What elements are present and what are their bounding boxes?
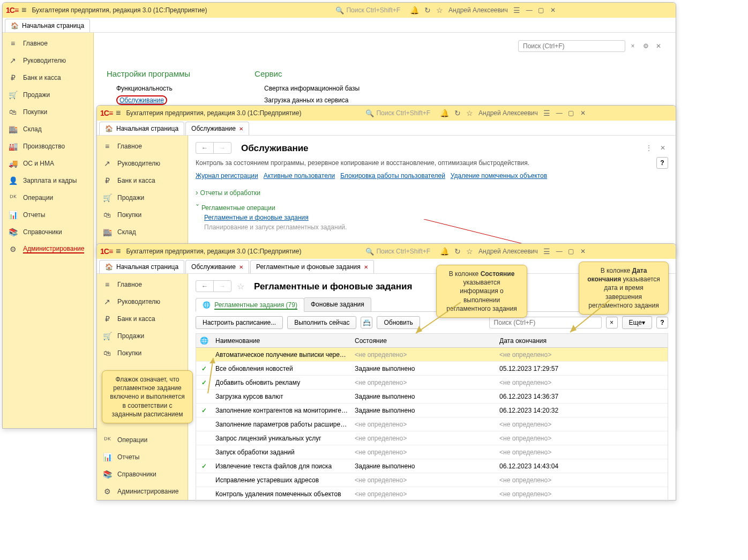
- maintenance-link[interactable]: Журнал регистрации: [196, 172, 258, 180]
- minimize-button[interactable]: —: [555, 247, 564, 256]
- tab-background[interactable]: Фоновые задания: [304, 297, 371, 311]
- sidebar-item-производство[interactable]: 🏭Производство: [3, 138, 93, 155]
- sidebar-item-банк и касса[interactable]: ₽Банк и касса: [97, 172, 188, 189]
- star-icon[interactable]: ☆: [466, 247, 473, 256]
- main-menu-icon[interactable]: ≡: [116, 247, 121, 256]
- help-button[interactable]: ?: [656, 157, 668, 169]
- close-panel-icon[interactable]: ✕: [653, 41, 664, 51]
- column-name[interactable]: Наименование: [212, 337, 351, 345]
- tab-maintenance[interactable]: Обслуживание ✕: [185, 260, 249, 273]
- username[interactable]: Андрей Алексеевич: [478, 109, 538, 117]
- sidebar-item-операции[interactable]: ᴰᴷОперации: [3, 189, 93, 206]
- clear-search-icon[interactable]: ×: [627, 41, 638, 51]
- sidebar-item-отчеты[interactable]: 📊Отчеты: [97, 449, 188, 466]
- star-icon[interactable]: ☆: [466, 109, 473, 117]
- table-row[interactable]: Исправление устаревших адресов<не опреде…: [196, 473, 668, 487]
- tab-home[interactable]: 🏠 Начальная страница: [5, 19, 90, 32]
- tab-home[interactable]: 🏠 Начальная страница: [99, 122, 184, 135]
- sidebar-item-банк и касса[interactable]: ₽Банк и касса: [97, 310, 188, 327]
- sidebar-item-покупки[interactable]: 🛍Покупки: [97, 345, 188, 362]
- close-button[interactable]: ✕: [578, 247, 588, 256]
- filter-icon[interactable]: ☰: [543, 247, 550, 256]
- maximize-button[interactable]: ▢: [566, 247, 576, 256]
- section-reports[interactable]: › Отчеты и обработки: [196, 188, 668, 197]
- sidebar-item-склад[interactable]: 🏬Склад: [97, 223, 188, 241]
- table-row[interactable]: Контроль удаления помеченных объектов<не…: [196, 487, 668, 501]
- global-search[interactable]: 🔍 Поиск Ctrl+Shift+F: [365, 109, 430, 117]
- sidebar-item-отчеты[interactable]: 📊Отчеты: [3, 206, 93, 223]
- table-row[interactable]: ✓Извлечение текста файлов для поискаЗада…: [196, 459, 668, 473]
- close-tab-icon[interactable]: ✕: [239, 126, 243, 132]
- sidebar-item-справочники[interactable]: 📚Справочники: [3, 223, 93, 241]
- gear-icon[interactable]: ⚙: [640, 41, 651, 51]
- maintenance-link[interactable]: Блокировка работы пользователей: [340, 172, 445, 180]
- tab-maintenance[interactable]: Обслуживание ✕: [185, 122, 249, 135]
- history-icon[interactable]: ↻: [424, 6, 431, 14]
- sidebar-item-зарплата и кадры[interactable]: 👤Зарплата и кадры: [3, 172, 93, 189]
- sidebar-item-справочники[interactable]: 📚Справочники: [97, 466, 188, 483]
- history-icon[interactable]: ↻: [454, 247, 461, 256]
- tasks-link[interactable]: Регламентные и фоновые задания: [204, 214, 668, 221]
- svc-load-link[interactable]: Загрузка данных из сервиса: [255, 94, 360, 106]
- more-icon[interactable]: ⋮: [644, 143, 654, 153]
- sidebar-item-продажи[interactable]: 🛒Продажи: [97, 189, 188, 206]
- back-button[interactable]: ←: [196, 281, 214, 292]
- sidebar-item-покупки[interactable]: 🛍Покупки: [3, 103, 93, 121]
- forward-button[interactable]: →: [214, 281, 231, 292]
- sidebar-item-операции[interactable]: ᴰᴷОперации: [97, 431, 188, 449]
- maximize-button[interactable]: ▢: [566, 108, 576, 118]
- maintenance-link[interactable]: Удаление помеченных объектов: [451, 172, 547, 180]
- bell-icon[interactable]: 🔔: [410, 6, 419, 14]
- sidebar-item-ос и нма[interactable]: 🚚ОС и НМА: [3, 155, 93, 172]
- tab-scheduled[interactable]: 🌐 Регламентные задания (79): [196, 298, 304, 312]
- history-icon[interactable]: ↻: [454, 109, 461, 117]
- table-row[interactable]: Автоматическое получение выписки через с…: [196, 348, 668, 362]
- btn-refresh[interactable]: Обновить: [377, 316, 420, 329]
- main-menu-icon[interactable]: ≡: [116, 108, 121, 118]
- sidebar-item-руководителю[interactable]: ↗Руководителю: [97, 293, 188, 310]
- page-search[interactable]: [518, 40, 625, 52]
- table-row[interactable]: Заполнение параметров работы расширений<…: [196, 417, 668, 431]
- table-row[interactable]: Запрос лицензий уникальных услуг<не опре…: [196, 431, 668, 445]
- close-page-icon[interactable]: ✕: [657, 143, 668, 153]
- minimize-button[interactable]: —: [555, 108, 564, 118]
- sidebar-item-руководителю[interactable]: ↗Руководителю: [97, 155, 188, 172]
- maintenance-link[interactable]: Активные пользователи: [264, 172, 335, 180]
- btn-schedule[interactable]: Настроить расписание...: [196, 316, 283, 329]
- forward-button[interactable]: →: [214, 143, 231, 153]
- bell-icon[interactable]: 🔔: [440, 109, 449, 117]
- svc-fold-link[interactable]: Свертка информационной базы: [255, 83, 360, 94]
- star-icon[interactable]: ☆: [237, 281, 244, 292]
- minimize-button[interactable]: —: [525, 5, 534, 15]
- table-row[interactable]: Запуск обработки заданий<не определено><…: [196, 445, 668, 459]
- grid-search-input[interactable]: [493, 318, 598, 327]
- help-button[interactable]: ?: [656, 317, 668, 328]
- sidebar-item-главное[interactable]: ≡Главное: [97, 138, 188, 155]
- maintenance-link[interactable]: Обслуживание: [116, 95, 167, 105]
- sidebar-item-покупки[interactable]: 🛍Покупки: [97, 206, 188, 223]
- table-row[interactable]: Загрузка курсов валютЗадание выполнено06…: [196, 390, 668, 404]
- sidebar-item-продажи[interactable]: 🛒Продажи: [97, 327, 188, 345]
- filter-icon[interactable]: ☰: [513, 6, 520, 14]
- sidebar-item-руководителю[interactable]: ↗Руководителю: [3, 52, 93, 69]
- sidebar-item-главное[interactable]: ≡Главное: [97, 276, 188, 293]
- close-tab-icon[interactable]: ✕: [239, 264, 243, 270]
- close-button[interactable]: ✕: [578, 108, 588, 118]
- close-tab-icon[interactable]: ✕: [364, 264, 368, 270]
- column-date[interactable]: Дата окончания: [496, 337, 668, 345]
- column-state[interactable]: Состояние: [351, 337, 496, 345]
- username[interactable]: Андрей Алексеевич: [448, 6, 508, 14]
- btn-more[interactable]: Еще ▾: [622, 316, 652, 329]
- close-button[interactable]: ✕: [548, 5, 558, 15]
- section-ops[interactable]: ˅ Регламентные операции: [196, 203, 668, 212]
- clear-search-button[interactable]: ×: [606, 317, 618, 328]
- idcard-icon-button[interactable]: 📇: [361, 317, 372, 328]
- sidebar-item-администрирование[interactable]: ⚙Администрирование: [97, 483, 188, 500]
- sidebar-item-склад[interactable]: 🏬Склад: [3, 121, 93, 138]
- back-button[interactable]: ←: [196, 143, 214, 153]
- filter-icon[interactable]: ☰: [543, 109, 550, 117]
- grid-search[interactable]: [489, 317, 602, 328]
- global-search[interactable]: 🔍 Поиск Ctrl+Shift+F: [335, 6, 400, 14]
- sidebar-item-продажи[interactable]: 🛒Продажи: [3, 86, 93, 103]
- global-search[interactable]: 🔍 Поиск Ctrl+Shift+F: [365, 248, 430, 256]
